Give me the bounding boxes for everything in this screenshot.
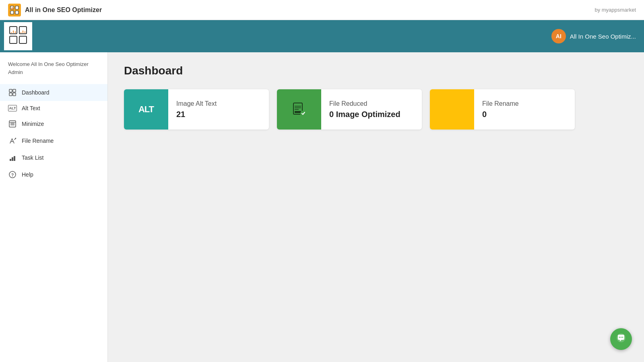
top-bar-by-label: by myappsmarket — [594, 7, 636, 13]
svg-rect-1 — [15, 6, 19, 9]
svg-rect-9 — [10, 36, 17, 43]
card-value-alt-text: 21 — [176, 110, 217, 119]
sidebar-item-alt-text[interactable]: ALT Alt Text — [0, 101, 107, 115]
card-icon-alt-text: ALT — [124, 89, 168, 130]
card-content-file-reduced: File Reduced 0 Image Optimized — [321, 89, 409, 130]
card-content-alt-text: Image Alt Text 21 — [168, 89, 225, 130]
svg-text:?: ? — [11, 173, 14, 177]
top-bar: All in One SEO Optimizer by myappsmarket — [0, 0, 644, 20]
help-icon: ? — [8, 170, 17, 179]
sidebar-item-minimize[interactable]: Minimize — [0, 115, 107, 132]
card-value-file-rename: 0 — [482, 110, 519, 119]
header-user[interactable]: AI All In One Seo Optimiz... — [551, 29, 636, 43]
svg-rect-20 — [13, 93, 16, 96]
cards-row: ALT Image Alt Text 21 — [124, 89, 628, 130]
card-value-file-reduced: 0 Image Optimized — [329, 110, 400, 119]
header-logo-icon — [8, 25, 28, 48]
svg-rect-18 — [13, 89, 16, 92]
svg-rect-2 — [10, 11, 14, 14]
welcome-text: Welcome All In One Seo Optimizer Admin — [0, 60, 107, 84]
sidebar-label-file-rename: File Rename — [22, 138, 54, 144]
svg-rect-29 — [14, 156, 15, 161]
card-label-alt-text: Image Alt Text — [176, 100, 217, 107]
svg-rect-10 — [19, 36, 27, 43]
svg-rect-28 — [12, 157, 13, 161]
sidebar-item-file-rename[interactable]: File Rename — [0, 132, 107, 149]
sidebar-label-task-list: Task List — [22, 154, 43, 161]
header-logo — [4, 22, 32, 50]
chat-button[interactable] — [610, 328, 632, 350]
alt-text-icon: ALT — [8, 105, 17, 111]
card-content-file-rename: File Rename 0 — [474, 89, 527, 130]
task-list-icon — [8, 153, 17, 162]
svg-rect-33 — [295, 111, 301, 113]
svg-rect-22 — [10, 123, 14, 125]
user-name: All In One Seo Optimiz... — [570, 33, 636, 40]
sidebar-label-minimize: Minimize — [22, 121, 44, 127]
svg-rect-17 — [9, 89, 12, 92]
svg-point-39 — [619, 337, 620, 338]
sidebar-item-help[interactable]: ? Help — [0, 166, 107, 183]
svg-rect-19 — [9, 93, 12, 96]
card-label-file-rename: File Rename — [482, 100, 519, 107]
dashboard-icon — [8, 88, 17, 97]
card-label-file-reduced: File Reduced — [329, 100, 400, 107]
svg-rect-27 — [10, 159, 11, 161]
page-title: Dashboard — [124, 64, 628, 77]
sidebar-label-help: Help — [22, 171, 33, 178]
sidebar-item-task-list[interactable]: Task List — [0, 149, 107, 166]
sidebar-item-dashboard[interactable]: Dashboard — [0, 84, 107, 101]
user-avatar: AI — [551, 29, 566, 43]
svg-point-37 — [300, 111, 306, 116]
chat-icon — [616, 333, 626, 346]
app-title: All in One SEO Optimizer — [25, 6, 102, 14]
minimize-icon — [8, 119, 17, 128]
sidebar-label-alt-text: Alt Text — [22, 105, 40, 111]
card-file-rename[interactable]: File Rename 0 — [430, 89, 575, 130]
file-reduced-svg-icon — [292, 102, 306, 117]
top-bar-left: All in One SEO Optimizer — [8, 4, 102, 16]
card-icon-file-rename — [430, 89, 474, 130]
app-logo-icon — [8, 4, 21, 16]
card-image-alt-text[interactable]: ALT Image Alt Text 21 — [124, 89, 269, 130]
svg-rect-3 — [15, 11, 19, 14]
header-banner: AI All In One Seo Optimiz... — [0, 20, 644, 52]
main-content: Dashboard ALT Image Alt Text 21 — [108, 52, 644, 362]
card-file-reduced[interactable]: File Reduced 0 Image Optimized — [277, 89, 422, 130]
card-icon-file-reduced — [277, 89, 321, 130]
file-rename-icon — [8, 136, 17, 145]
alt-text-card-icon: ALT — [138, 104, 154, 115]
sidebar: Welcome All In One Seo Optimizer Admin D… — [0, 52, 108, 362]
sidebar-label-dashboard: Dashboard — [22, 89, 50, 96]
svg-point-41 — [622, 337, 623, 338]
main-layout: Welcome All In One Seo Optimizer Admin D… — [0, 52, 644, 362]
svg-point-40 — [621, 337, 622, 338]
